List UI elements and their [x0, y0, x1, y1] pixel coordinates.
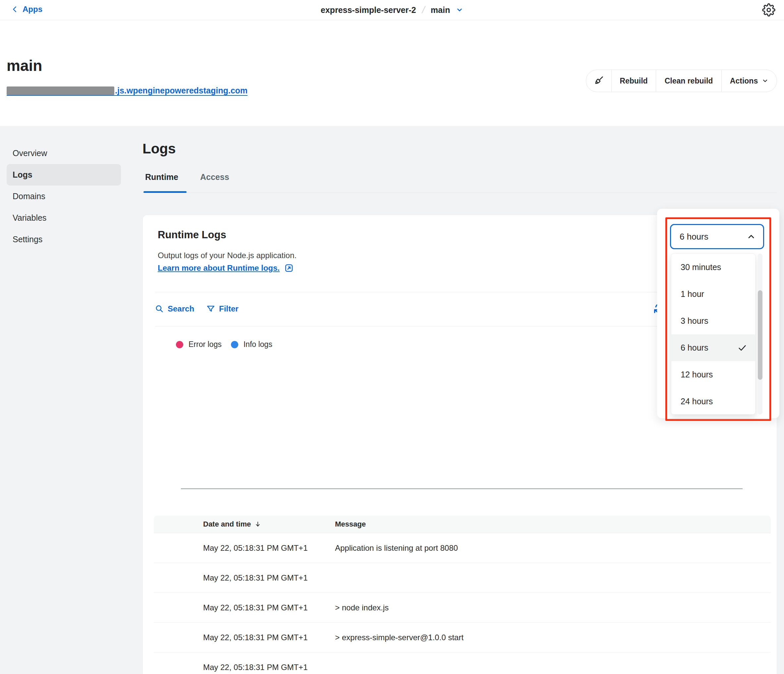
back-label: Apps — [23, 5, 42, 14]
error-logs-dot — [176, 341, 183, 348]
clean-cache-button[interactable] — [586, 70, 612, 92]
time-range-select-button[interactable]: 6 hours — [670, 224, 764, 249]
option-24-hours[interactable]: 24 hours — [671, 388, 755, 414]
redacted-url-prefix — [7, 87, 114, 95]
broom-icon — [593, 75, 604, 87]
rebuild-label: Rebuild — [620, 76, 647, 86]
active-tab-underline — [143, 191, 187, 193]
rebuild-button[interactable]: Rebuild — [612, 70, 656, 92]
breadcrumb-app-name[interactable]: express-simple-server-2 — [321, 5, 416, 15]
filter-button[interactable]: Filter — [207, 300, 239, 318]
table-header-row: Date and time Message — [154, 515, 771, 533]
chevron-down-icon[interactable] — [456, 6, 463, 14]
option-1-hour[interactable]: 1 hour — [671, 281, 755, 308]
checkmark-icon — [737, 343, 747, 353]
search-label: Search — [168, 304, 194, 313]
sidebar-item-overview[interactable]: Overview — [7, 143, 121, 164]
legend-info-logs: Info logs — [231, 340, 272, 349]
selected-time-range: 6 hours — [680, 232, 708, 242]
actions-menu-button[interactable]: Actions — [722, 70, 777, 92]
card-description: Output logs of your Node.js application. — [158, 251, 297, 260]
clean-rebuild-label: Clean rebuild — [665, 76, 713, 86]
column-header-message: Message — [335, 520, 366, 529]
time-range-options-list: 30 minutes 1 hour 3 hours 6 hours 12 hou… — [671, 254, 756, 414]
breadcrumb-environment[interactable]: main — [431, 5, 450, 15]
page-title: Logs — [143, 141, 176, 157]
sidebar-item-logs[interactable]: Logs — [7, 164, 121, 185]
filter-label: Filter — [219, 304, 239, 313]
environment-url-link[interactable]: .js.wpenginepoweredstaging.com — [7, 86, 247, 96]
option-12-hours[interactable]: 12 hours — [671, 361, 755, 388]
table-row[interactable]: May 22, 05:18:31 PM GMT+1 > express-simp… — [154, 623, 771, 652]
legend-error-logs: Error logs — [176, 340, 222, 349]
table-row[interactable]: May 22, 05:18:31 PM GMT+1 — [154, 563, 771, 593]
chart-x-axis-labels — [181, 493, 743, 503]
card-title: Runtime Logs — [158, 229, 226, 241]
learn-more-label: Learn more about Runtime logs. — [158, 263, 280, 273]
external-link-icon — [284, 263, 294, 273]
topbar: Apps express-simple-server-2 / main — [0, 0, 784, 20]
tab-access[interactable]: Access — [198, 172, 232, 182]
option-6-hours[interactable]: 6 hours — [671, 334, 755, 361]
breadcrumb: express-simple-server-2 / main — [321, 0, 463, 20]
environment-title: main — [7, 57, 42, 75]
environment-actions-toolbar: Rebuild Clean rebuild Actions — [586, 70, 777, 92]
table-row[interactable]: May 22, 05:18:31 PM GMT+1 — [154, 652, 771, 674]
info-logs-dot — [231, 341, 238, 348]
sidebar-item-settings[interactable]: Settings — [7, 229, 121, 250]
filter-funnel-icon — [207, 305, 215, 313]
gear-icon[interactable] — [762, 3, 775, 17]
chevron-left-icon — [11, 6, 19, 13]
sidebar: Overview Logs Domains Variables Settings — [7, 143, 121, 250]
time-range-dropdown: 6 hours 30 minutes 1 hour 3 hours 6 hour… — [657, 209, 779, 418]
actions-label: Actions — [730, 76, 758, 86]
search-icon — [155, 305, 164, 313]
chevron-down-icon — [762, 78, 768, 84]
environment-url-suffix: .js.wpenginepoweredstaging.com — [115, 86, 247, 95]
chart-legend: Error logs Info logs — [176, 340, 272, 349]
table-row[interactable]: May 22, 05:18:31 PM GMT+1 > node index.j… — [154, 593, 771, 623]
logs-tabs: Runtime Access — [143, 172, 232, 182]
logs-table: Date and time Message May 22, 05:18:31 P… — [154, 515, 771, 674]
chart-y-axis-labels — [168, 372, 177, 489]
option-3-hours[interactable]: 3 hours — [671, 308, 755, 334]
sidebar-item-variables[interactable]: Variables — [7, 207, 121, 229]
tabs-bottom-border — [143, 193, 777, 193]
dropdown-scrollbar-thumb[interactable] — [758, 290, 762, 380]
option-30-minutes[interactable]: 30 minutes — [671, 254, 755, 281]
sidebar-item-domains[interactable]: Domains — [7, 185, 121, 207]
tab-runtime[interactable]: Runtime — [143, 172, 181, 182]
back-to-apps-link[interactable]: Apps — [11, 5, 42, 14]
search-button[interactable]: Search — [155, 300, 194, 318]
breadcrumb-separator: / — [421, 4, 426, 16]
table-row[interactable]: May 22, 05:18:31 PM GMT+1 Application is… — [154, 533, 771, 563]
environment-header: main .js.wpenginepoweredstaging.com Rebu… — [0, 20, 784, 126]
column-header-date-time[interactable]: Date and time — [203, 520, 335, 529]
app-canvas: Apps express-simple-server-2 / main main… — [0, 0, 784, 674]
clean-rebuild-button[interactable]: Clean rebuild — [656, 70, 722, 92]
chevron-up-icon — [747, 232, 756, 241]
learn-more-link[interactable]: Learn more about Runtime logs. — [158, 263, 294, 273]
sort-descending-icon — [254, 521, 261, 528]
